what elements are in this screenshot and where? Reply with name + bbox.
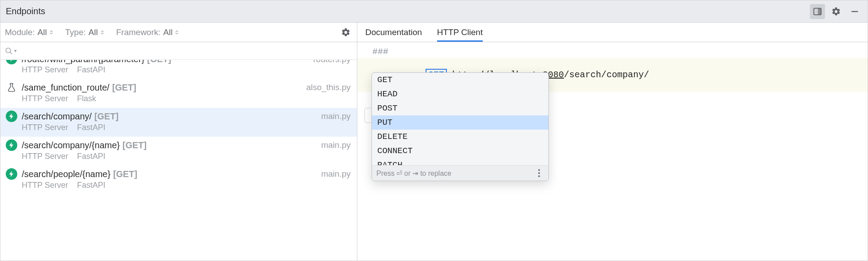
toggle-side-panel-icon[interactable] — [810, 4, 825, 19]
flask-icon — [6, 82, 17, 93]
fastapi-icon — [6, 111, 17, 122]
endpoint-method: [GET] — [122, 140, 146, 150]
panel-title: Endpoints — [6, 6, 45, 16]
request-separator: ### — [372, 47, 388, 57]
autocomplete-item[interactable]: POST — [372, 101, 548, 115]
endpoint-path: /search/company/ — [22, 111, 92, 122]
search-input[interactable]: ▾ — [0, 42, 357, 60]
endpoint-framework-label: FastAPI — [77, 181, 106, 190]
fastapi-icon — [6, 60, 17, 64]
endpoint-path: /same_function_route/ — [22, 83, 109, 93]
autocomplete-popup: GETHEADPOSTPUTDELETECONNECTPATCH Press ⏎… — [371, 72, 549, 181]
endpoint-framework-label: FastAPI — [77, 152, 106, 161]
autocomplete-item[interactable]: PUT — [372, 115, 548, 130]
chevron-updown-icon: ‹› — [174, 30, 181, 34]
http-editor[interactable]: ### GET http://localhost:8080/search/com… — [357, 42, 868, 261]
more-icon[interactable] — [534, 168, 544, 178]
autocomplete-hint: Press ⏎ or ⇥ to replace — [376, 169, 451, 178]
endpoint-method: [GET] — [113, 169, 137, 179]
search-icon — [5, 47, 13, 55]
svg-point-3 — [6, 48, 11, 53]
endpoint-server-label: HTTP Server — [22, 123, 68, 132]
endpoint-row[interactable]: /router/with_param/{parameter} [GET]rout… — [0, 60, 357, 79]
endpoint-method: [GET] — [147, 60, 171, 64]
endpoint-path: /router/with_param/{parameter} — [22, 60, 145, 64]
minimize-icon[interactable] — [847, 4, 862, 19]
endpoint-framework-label: FastAPI — [77, 123, 106, 132]
endpoint-file: main.py — [321, 169, 352, 179]
endpoint-row[interactable]: /search/company/ [GET]main.pyHTTP Server… — [0, 108, 357, 137]
fastapi-icon — [6, 168, 17, 180]
endpoint-method: [GET] — [94, 111, 118, 122]
filter-module[interactable]: Module: All ‹› — [5, 28, 54, 37]
chevron-updown-icon: ‹› — [48, 30, 55, 34]
filter-framework[interactable]: Framework: All ‹› — [116, 28, 180, 37]
request-url-path[interactable]: /search/company/ — [564, 70, 649, 80]
autocomplete-item[interactable]: HEAD — [372, 87, 548, 101]
autocomplete-item[interactable]: GET — [372, 73, 548, 87]
gear-icon[interactable] — [829, 4, 844, 19]
endpoint-row[interactable]: /search/people/{name} [GET]main.pyHTTP S… — [0, 166, 357, 194]
autocomplete-item[interactable]: CONNECT — [372, 144, 548, 158]
chevron-down-icon: ▾ — [14, 48, 17, 54]
endpoint-file: also_this.py — [306, 83, 352, 92]
chevron-updown-icon: ‹› — [99, 30, 106, 34]
tab-http-client[interactable]: HTTP Client — [437, 23, 483, 42]
endpoint-file: routers.py — [313, 60, 352, 64]
filter-gear-icon[interactable] — [339, 26, 352, 39]
endpoint-framework-label: FastAPI — [77, 65, 106, 75]
autocomplete-item[interactable]: DELETE — [372, 130, 548, 144]
endpoint-framework-label: Flask — [77, 94, 96, 103]
tab-documentation[interactable]: Documentation — [365, 23, 422, 42]
svg-line-4 — [10, 52, 12, 54]
endpoint-method: [GET] — [112, 83, 136, 93]
endpoint-server-label: HTTP Server — [22, 94, 68, 103]
filter-type[interactable]: Type: All ‹› — [65, 28, 105, 37]
endpoint-path: /search/people/{name} — [22, 169, 110, 179]
endpoint-path: /search/company/{name} — [22, 140, 120, 150]
endpoint-server-label: HTTP Server — [22, 65, 68, 75]
fastapi-icon — [6, 139, 17, 151]
endpoint-file: main.py — [321, 111, 352, 121]
autocomplete-item[interactable]: PATCH — [372, 158, 548, 165]
endpoint-file: main.py — [321, 140, 352, 150]
endpoint-server-label: HTTP Server — [22, 181, 68, 190]
svg-rect-1 — [818, 8, 821, 15]
endpoint-row[interactable]: /same_function_route/ [GET]also_this.pyH… — [0, 79, 357, 108]
endpoint-row[interactable]: /search/company/{name} [GET]main.pyHTTP … — [0, 137, 357, 166]
endpoint-server-label: HTTP Server — [22, 152, 68, 161]
